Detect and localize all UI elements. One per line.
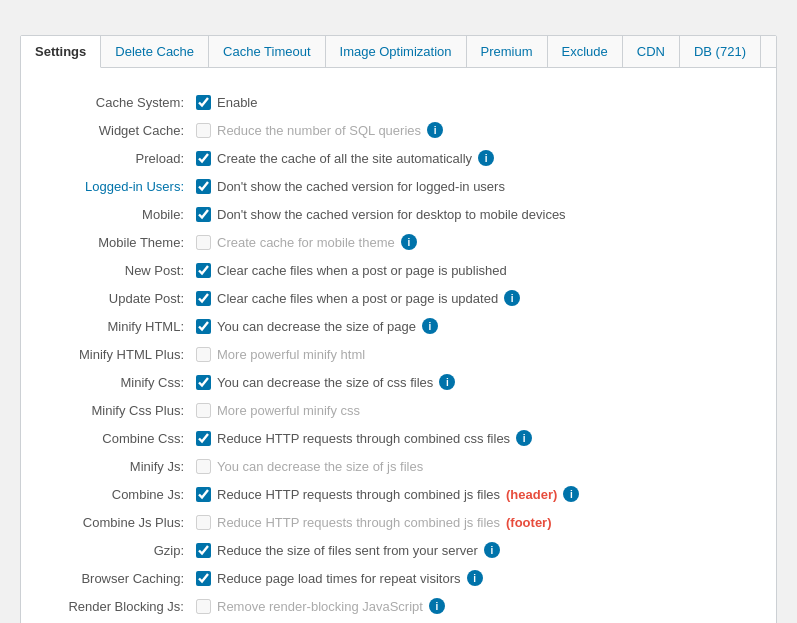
- tab-exclude[interactable]: Exclude: [548, 36, 623, 68]
- text-combine-css: Reduce HTTP requests through combined cs…: [217, 431, 510, 446]
- info-icon-minify-html[interactable]: i: [422, 318, 438, 334]
- label-mobile: Mobile:: [31, 207, 196, 222]
- checkbox-combine-js-plus[interactable]: [196, 515, 211, 530]
- checkbox-minify-css-plus[interactable]: [196, 403, 211, 418]
- row-render-blocking-js: Render Blocking Js:Remove render-blockin…: [31, 592, 766, 620]
- row-minify-css-plus: Minify Css Plus:More powerful minify css: [31, 396, 766, 424]
- checkbox-browser-caching[interactable]: [196, 571, 211, 586]
- content-cache-system: Enable: [196, 95, 766, 110]
- checkbox-mobile-theme[interactable]: [196, 235, 211, 250]
- content-minify-html-plus: More powerful minify html: [196, 347, 766, 362]
- tab-premium[interactable]: Premium: [467, 36, 548, 68]
- label-combine-js: Combine Js:: [31, 487, 196, 502]
- row-new-post: New Post:Clear cache files when a post o…: [31, 256, 766, 284]
- text-minify-html-plus: More powerful minify html: [217, 347, 365, 362]
- content-update-post: Clear cache files when a post or page is…: [196, 290, 766, 306]
- content-preload: Create the cache of all the site automat…: [196, 150, 766, 166]
- highlight-header-combine-js: (header): [506, 487, 557, 502]
- tab-delete-cache[interactable]: Delete Cache: [101, 36, 209, 68]
- row-combine-js-plus: Combine Js Plus:Reduce HTTP requests thr…: [31, 508, 766, 536]
- text-mobile-theme: Create cache for mobile theme: [217, 235, 395, 250]
- text-minify-html: You can decrease the size of page: [217, 319, 416, 334]
- checkbox-mobile[interactable]: [196, 207, 211, 222]
- checkbox-minify-html[interactable]: [196, 319, 211, 334]
- info-icon-browser-caching[interactable]: i: [467, 570, 483, 586]
- checkbox-cache-system[interactable]: [196, 95, 211, 110]
- content-mobile-theme: Create cache for mobile themei: [196, 234, 766, 250]
- checkbox-combine-css[interactable]: [196, 431, 211, 446]
- label-logged-in-users: Logged-in Users:: [31, 179, 196, 194]
- text-gzip: Reduce the size of files sent from your …: [217, 543, 478, 558]
- checkbox-new-post[interactable]: [196, 263, 211, 278]
- checkbox-preload[interactable]: [196, 151, 211, 166]
- row-minify-css: Minify Css:You can decrease the size of …: [31, 368, 766, 396]
- checkbox-update-post[interactable]: [196, 291, 211, 306]
- content-gzip: Reduce the size of files sent from your …: [196, 542, 766, 558]
- text-new-post: Clear cache files when a post or page is…: [217, 263, 507, 278]
- checkbox-logged-in-users[interactable]: [196, 179, 211, 194]
- text-mobile: Don't show the cached version for deskto…: [217, 207, 566, 222]
- info-icon-preload[interactable]: i: [478, 150, 494, 166]
- info-icon-update-post[interactable]: i: [504, 290, 520, 306]
- content-mobile: Don't show the cached version for deskto…: [196, 207, 766, 222]
- text-browser-caching: Reduce page load times for repeat visito…: [217, 571, 461, 586]
- text-minify-js: You can decrease the size of js files: [217, 459, 423, 474]
- settings-content: Cache System:EnableWidget Cache:Reduce t…: [21, 68, 776, 623]
- label-update-post: Update Post:: [31, 291, 196, 306]
- label-render-blocking-js: Render Blocking Js:: [31, 599, 196, 614]
- text-update-post: Clear cache files when a post or page is…: [217, 291, 498, 306]
- checkbox-minify-css[interactable]: [196, 375, 211, 390]
- content-minify-css-plus: More powerful minify css: [196, 403, 766, 418]
- checkbox-minify-html-plus[interactable]: [196, 347, 211, 362]
- text-combine-js: Reduce HTTP requests through combined js…: [217, 487, 500, 502]
- label-combine-js-plus: Combine Js Plus:: [31, 515, 196, 530]
- tab-cdn[interactable]: CDN: [623, 36, 680, 68]
- info-icon-mobile-theme[interactable]: i: [401, 234, 417, 250]
- label-preload: Preload:: [31, 151, 196, 166]
- checkbox-widget-cache[interactable]: [196, 123, 211, 138]
- content-logged-in-users: Don't show the cached version for logged…: [196, 179, 766, 194]
- info-icon-widget-cache[interactable]: i: [427, 122, 443, 138]
- content-widget-cache: Reduce the number of SQL queriesi: [196, 122, 766, 138]
- label-browser-caching: Browser Caching:: [31, 571, 196, 586]
- tab-image-optimization[interactable]: Image Optimization: [326, 36, 467, 68]
- content-render-blocking-js: Remove render-blocking JavaScripti: [196, 598, 766, 614]
- row-update-post: Update Post:Clear cache files when a pos…: [31, 284, 766, 312]
- row-mobile-theme: Mobile Theme:Create cache for mobile the…: [31, 228, 766, 256]
- content-combine-css: Reduce HTTP requests through combined cs…: [196, 430, 766, 446]
- checkbox-gzip[interactable]: [196, 543, 211, 558]
- label-new-post: New Post:: [31, 263, 196, 278]
- info-icon-combine-js[interactable]: i: [563, 486, 579, 502]
- tabs-nav: SettingsDelete CacheCache TimeoutImage O…: [21, 36, 776, 68]
- tab-settings[interactable]: Settings: [21, 36, 101, 68]
- label-mobile-theme: Mobile Theme:: [31, 235, 196, 250]
- row-minify-html-plus: Minify HTML Plus:More powerful minify ht…: [31, 340, 766, 368]
- tab-db[interactable]: DB (721): [680, 36, 761, 68]
- content-minify-html: You can decrease the size of pagei: [196, 318, 766, 334]
- content-browser-caching: Reduce page load times for repeat visito…: [196, 570, 766, 586]
- highlight-footer-combine-js-plus: (footer): [506, 515, 552, 530]
- content-minify-js: You can decrease the size of js files: [196, 459, 766, 474]
- row-preload: Preload:Create the cache of all the site…: [31, 144, 766, 172]
- text-cache-system: Enable: [217, 95, 257, 110]
- checkbox-minify-js[interactable]: [196, 459, 211, 474]
- info-icon-gzip[interactable]: i: [484, 542, 500, 558]
- text-render-blocking-js: Remove render-blocking JavaScript: [217, 599, 423, 614]
- row-browser-caching: Browser Caching:Reduce page load times f…: [31, 564, 766, 592]
- label-minify-html-plus: Minify HTML Plus:: [31, 347, 196, 362]
- row-minify-js: Minify Js:You can decrease the size of j…: [31, 452, 766, 480]
- checkbox-render-blocking-js[interactable]: [196, 599, 211, 614]
- label-minify-js: Minify Js:: [31, 459, 196, 474]
- info-icon-combine-css[interactable]: i: [516, 430, 532, 446]
- row-widget-cache: Widget Cache:Reduce the number of SQL qu…: [31, 116, 766, 144]
- info-icon-render-blocking-js[interactable]: i: [429, 598, 445, 614]
- row-minify-html: Minify HTML:You can decrease the size of…: [31, 312, 766, 340]
- content-new-post: Clear cache files when a post or page is…: [196, 263, 766, 278]
- row-mobile: Mobile:Don't show the cached version for…: [31, 200, 766, 228]
- text-combine-js-plus: Reduce HTTP requests through combined js…: [217, 515, 500, 530]
- row-combine-css: Combine Css:Reduce HTTP requests through…: [31, 424, 766, 452]
- info-icon-minify-css[interactable]: i: [439, 374, 455, 390]
- tab-cache-timeout[interactable]: Cache Timeout: [209, 36, 325, 68]
- label-minify-css: Minify Css:: [31, 375, 196, 390]
- checkbox-combine-js[interactable]: [196, 487, 211, 502]
